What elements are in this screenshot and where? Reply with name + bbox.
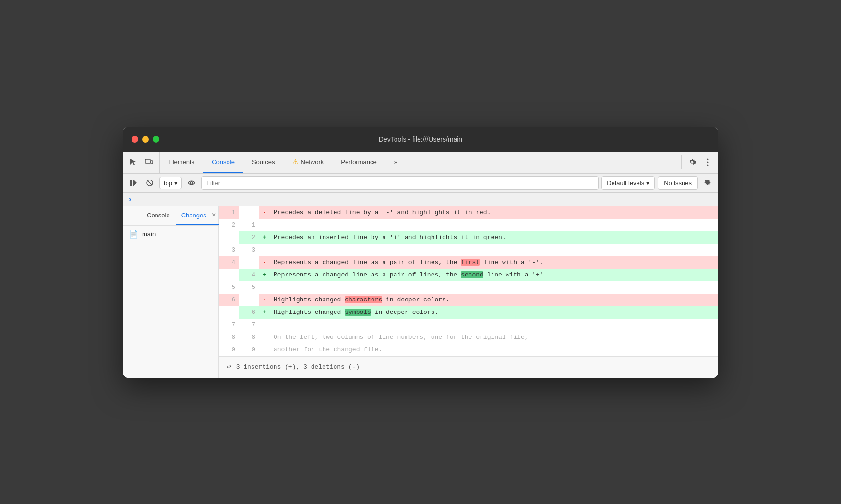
svg-rect-0 [145, 159, 150, 163]
diff-text: Highlights changed symbols in deeper col… [270, 306, 718, 319]
top-toolbar: Elements Console Sources ⚠ Network Perfo… [123, 152, 718, 174]
diff-marker: - [259, 256, 270, 269]
diff-text: Precedes a deleted line by a '-' and hig… [270, 206, 718, 219]
diff-line: 55 [219, 281, 718, 294]
devtools-window: DevTools - file:///Users/main Elements C… [123, 127, 718, 378]
line-num-left [219, 231, 239, 244]
svg-line-8 [148, 181, 152, 185]
line-num-left: 2 [219, 219, 239, 231]
block-icon[interactable] [143, 176, 156, 190]
tab-network[interactable]: ⚠ Network [284, 152, 333, 173]
diff-marker [259, 331, 270, 344]
context-arrow: ▾ [174, 180, 178, 187]
diff-line: 1-Precedes a deleted line by a '-' and h… [219, 206, 718, 219]
diff-text [270, 281, 718, 294]
svg-point-2 [707, 159, 709, 160]
file-item-main[interactable]: 📄 main [123, 226, 218, 242]
console-settings-icon[interactable] [701, 176, 714, 190]
changes-tab-label: Changes [181, 212, 206, 219]
line-num-left: 9 [219, 344, 239, 356]
breadcrumb-bar: › [123, 193, 718, 206]
context-selector[interactable]: top ▾ [159, 177, 182, 189]
line-num-right [239, 256, 259, 269]
line-num-left: 4 [219, 256, 239, 269]
line-num-right: 8 [239, 331, 259, 344]
context-value: top [164, 180, 172, 187]
tab-elements[interactable]: Elements [160, 152, 203, 173]
diff-marker [259, 244, 270, 256]
line-num-right: 6 [239, 306, 259, 319]
line-num-left: 3 [219, 244, 239, 256]
window-title: DevTools - file:///Users/main [379, 135, 462, 143]
diff-marker [259, 281, 270, 294]
file-label: main [142, 230, 156, 238]
diff-line: 2+Precedes an inserted line by a '+' and… [219, 231, 718, 244]
line-num-left: 1 [219, 206, 239, 219]
diff-marker: - [259, 206, 270, 219]
line-num-left [219, 306, 239, 319]
tab-changes-panel[interactable]: Changes ✕ [176, 206, 224, 225]
tab-performance[interactable]: Performance [332, 152, 385, 173]
diff-marker [259, 219, 270, 231]
minimize-button[interactable] [142, 136, 149, 143]
diff-line: 99another for the changed file. [219, 344, 718, 356]
line-num-right: 3 [239, 244, 259, 256]
diff-content: 1-Precedes a deleted line by a '-' and h… [219, 206, 718, 378]
panel-tabs: ⋮ Console Changes ✕ ✕ [123, 206, 218, 226]
line-num-right [239, 294, 259, 306]
svg-rect-5 [130, 180, 132, 186]
svg-rect-1 [151, 161, 153, 164]
levels-label: Default levels [607, 180, 644, 187]
diff-marker: + [259, 269, 270, 281]
line-num-right: 7 [239, 319, 259, 331]
line-num-right: 9 [239, 344, 259, 356]
issues-label: No Issues [664, 180, 692, 187]
svg-point-4 [707, 165, 709, 166]
diff-text: Precedes an inserted line by a '+' and h… [270, 231, 718, 244]
title-bar: DevTools - file:///Users/main [123, 127, 718, 152]
tab-more[interactable]: » [385, 152, 406, 173]
changes-tab-close[interactable]: ✕ [209, 211, 218, 219]
diff-text: another for the changed file. [270, 344, 718, 356]
svg-point-3 [707, 162, 709, 163]
diff-line: 88On the left, two columns of line numbe… [219, 331, 718, 344]
console-toolbar: top ▾ Default levels ▾ No Issues [123, 174, 718, 193]
settings-icon[interactable] [685, 156, 699, 169]
panel-menu-icon[interactable]: ⋮ [123, 206, 141, 225]
file-icon: 📄 [129, 229, 138, 239]
eye-icon[interactable] [185, 176, 198, 190]
inspect-icon[interactable] [127, 156, 140, 169]
tab-console-panel[interactable]: Console [141, 206, 176, 225]
diff-text: Represents a changed line as a pair of l… [270, 269, 718, 281]
line-num-right [239, 206, 259, 219]
line-num-right: 2 [239, 231, 259, 244]
maximize-button[interactable] [153, 136, 159, 143]
tab-console[interactable]: Console [203, 152, 243, 173]
line-num-right: 1 [239, 219, 259, 231]
diff-line: 33 [219, 244, 718, 256]
diff-line: 6+Highlights changed symbols in deeper c… [219, 306, 718, 319]
title-bar-buttons [132, 136, 159, 143]
breadcrumb-arrow: › [129, 195, 131, 204]
diff-marker [259, 319, 270, 331]
issues-button[interactable]: No Issues [658, 176, 698, 190]
close-button[interactable] [132, 136, 138, 143]
undo-icon: ↩ [227, 361, 231, 373]
levels-dropdown[interactable]: Default levels ▾ [601, 176, 655, 190]
filter-input[interactable] [201, 176, 599, 190]
toolbar-right [675, 152, 718, 173]
diff-text [270, 319, 718, 331]
footer-summary: 3 insertions (+), 3 deletions (-) [236, 362, 360, 372]
diff-lines: 1-Precedes a deleted line by a '-' and h… [219, 206, 718, 356]
tab-sources[interactable]: Sources [243, 152, 284, 173]
diff-text: Represents a changed line as a pair of l… [270, 256, 718, 269]
diff-marker: + [259, 306, 270, 319]
more-options-icon[interactable] [701, 156, 714, 169]
diff-marker: + [259, 231, 270, 244]
main-tabs: Elements Console Sources ⚠ Network Perfo… [160, 152, 675, 173]
diff-line: 4-Represents a changed line as a pair of… [219, 256, 718, 269]
line-num-left: 6 [219, 294, 239, 306]
line-num-right: 5 [239, 281, 259, 294]
play-icon[interactable] [127, 176, 140, 190]
device-toggle-icon[interactable] [142, 156, 156, 169]
